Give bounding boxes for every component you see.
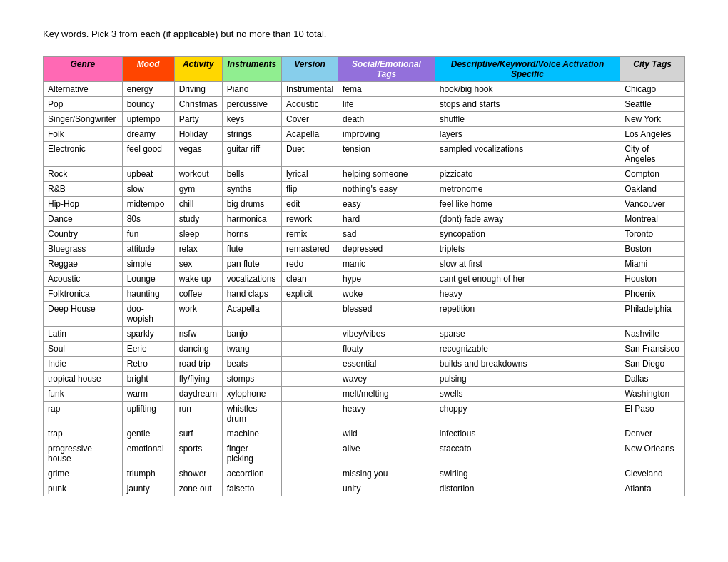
table-cell: midtempo xyxy=(122,197,174,212)
table-cell: fly/flying xyxy=(174,372,222,387)
table-cell: xylophone xyxy=(222,387,281,402)
table-row: rapupliftingrunwhistles drumheavychoppyE… xyxy=(44,402,685,426)
table-row: progressive houseemotionalsportsfinger p… xyxy=(44,441,685,466)
table-cell: funk xyxy=(44,387,123,402)
table-cell: New York xyxy=(620,112,685,127)
table-cell: bouncy xyxy=(122,97,174,112)
table-cell: Washington xyxy=(620,387,685,402)
table-cell: vibey/vibes xyxy=(338,327,435,342)
table-row: Singer/SongwriteruptempoPartykeysCoverde… xyxy=(44,112,685,127)
table-cell: remix xyxy=(282,227,338,242)
table-cell: Chicago xyxy=(620,82,685,97)
table-cell: unity xyxy=(338,481,435,496)
table-cell: emotional xyxy=(122,441,174,466)
table-cell: banjo xyxy=(222,327,281,342)
table-row: Rockupbeatworkoutbellslyricalhelping som… xyxy=(44,167,685,182)
table-cell: flute xyxy=(222,242,281,257)
table-cell: Folktronica xyxy=(44,287,123,302)
table-cell: metronome xyxy=(435,182,620,197)
th-descriptive: Descriptive/Keyword/Voice Activation Spe… xyxy=(435,57,620,82)
table-cell: distortion xyxy=(435,481,620,496)
table-cell: Montreal xyxy=(620,212,685,227)
table-cell: harmonica xyxy=(222,212,281,227)
table-cell: pan flute xyxy=(222,257,281,272)
table-cell: Philadelphia xyxy=(620,302,685,327)
table-cell: (dont) fade away xyxy=(435,212,620,227)
table-cell: Houston xyxy=(620,272,685,287)
table-row: PopbouncyChristmaspercussiveAcousticlife… xyxy=(44,97,685,112)
table-cell xyxy=(282,441,338,466)
table-cell: Rock xyxy=(44,167,123,182)
table-cell: manic xyxy=(338,257,435,272)
table-cell xyxy=(282,466,338,481)
table-cell: heavy xyxy=(338,402,435,426)
table-cell: nothing's easy xyxy=(338,182,435,197)
table-cell: swirling xyxy=(435,466,620,481)
table-cell: wild xyxy=(338,426,435,441)
table-cell: infectious xyxy=(435,426,620,441)
table-cell: workout xyxy=(174,167,222,182)
table-cell: percussive xyxy=(222,97,281,112)
table-cell: shuffle xyxy=(435,112,620,127)
table-cell: triplets xyxy=(435,242,620,257)
table-cell xyxy=(282,372,338,387)
table-cell xyxy=(282,426,338,441)
table-cell: Phoenix xyxy=(620,287,685,302)
table-cell: depressed xyxy=(338,242,435,257)
table-cell: stomps xyxy=(222,372,281,387)
table-cell: surf xyxy=(174,426,222,441)
table-cell: lyrical xyxy=(282,167,338,182)
table-cell: hook/big hook xyxy=(435,82,620,97)
table-cell: Singer/Songwriter xyxy=(44,112,123,127)
table-cell: triumph xyxy=(122,466,174,481)
table-cell: San Fransisco xyxy=(620,342,685,357)
table-cell: hand claps xyxy=(222,287,281,302)
table-cell: layers xyxy=(435,127,620,142)
table-cell: missing you xyxy=(338,466,435,481)
table-cell: uplifting xyxy=(122,402,174,426)
table-cell: Atlanta xyxy=(620,481,685,496)
table-cell: punk xyxy=(44,481,123,496)
table-cell: Indie xyxy=(44,357,123,372)
table-cell: Boston xyxy=(620,242,685,257)
th-social: Social/Emotional Tags xyxy=(338,57,435,82)
table-cell: helping someone xyxy=(338,167,435,182)
table-cell: daydream xyxy=(174,387,222,402)
table-cell: death xyxy=(338,112,435,127)
table-cell: Acoustic xyxy=(44,272,123,287)
th-city: City Tags xyxy=(620,57,685,82)
table-cell: Lounge xyxy=(122,272,174,287)
table-row: Reggaesimplesexpan fluteredomanicslow at… xyxy=(44,257,685,272)
table-cell: vegas xyxy=(174,142,222,167)
table-cell: jaunty xyxy=(122,481,174,496)
table-cell: hard xyxy=(338,212,435,227)
table-cell: staccato xyxy=(435,441,620,466)
th-genre: Genre xyxy=(44,57,123,82)
table-cell: sleep xyxy=(174,227,222,242)
table-cell: Oakland xyxy=(620,182,685,197)
table-cell: sports xyxy=(174,441,222,466)
table-cell: wavey xyxy=(338,372,435,387)
table-cell: sex xyxy=(174,257,222,272)
table-cell: simple xyxy=(122,257,174,272)
table-cell: Acapella xyxy=(282,127,338,142)
table-cell: pulsing xyxy=(435,372,620,387)
table-cell: improving xyxy=(338,127,435,142)
table-cell: redo xyxy=(282,257,338,272)
table-cell: energy xyxy=(122,82,174,97)
table-cell: Alternative xyxy=(44,82,123,97)
keywords-table: Genre Mood Activity Instruments Version … xyxy=(43,56,685,496)
table-cell: synths xyxy=(222,182,281,197)
table-cell: progressive house xyxy=(44,441,123,466)
table-cell: chill xyxy=(174,197,222,212)
table-cell: sparkly xyxy=(122,327,174,342)
table-cell: blessed xyxy=(338,302,435,327)
table-row: CountryfunsleephornsremixsadsyncopationT… xyxy=(44,227,685,242)
table-cell: sad xyxy=(338,227,435,242)
table-cell: guitar riff xyxy=(222,142,281,167)
table-cell: study xyxy=(174,212,222,227)
table-cell: 80s xyxy=(122,212,174,227)
table-row: AcousticLoungewake upvocalizationscleanh… xyxy=(44,272,685,287)
table-cell: road trip xyxy=(174,357,222,372)
table-cell: Vancouver xyxy=(620,197,685,212)
